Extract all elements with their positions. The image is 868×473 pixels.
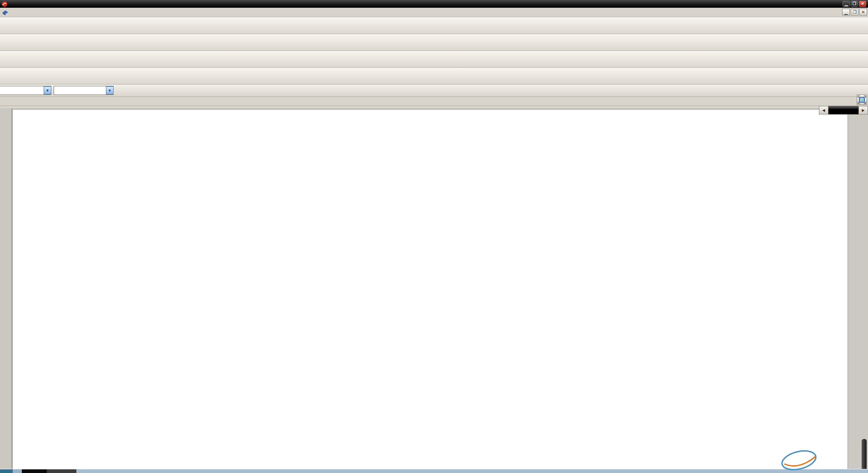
toolbar-curve bbox=[0, 68, 868, 85]
title-bar: ▁ ❐ ✕ bbox=[0, 0, 868, 8]
nx-doc-icon bbox=[2, 9, 9, 16]
status-prompt-bar bbox=[0, 97, 868, 108]
restore-button[interactable]: ❐ bbox=[851, 1, 858, 7]
minimize-button[interactable]: ▁ bbox=[843, 1, 850, 7]
left-toolbar-strip bbox=[0, 108, 12, 469]
doc-restore-button[interactable]: ❐ bbox=[851, 9, 858, 15]
vertical-scrollbar-thumb[interactable] bbox=[862, 439, 867, 471]
scroll-right-button[interactable]: ► bbox=[858, 106, 868, 115]
selection-scope-combo[interactable]: ▼ bbox=[54, 86, 114, 95]
menu-bar: ▁ ❐ ✕ bbox=[0, 8, 868, 17]
doc-minimize-button[interactable]: ▁ bbox=[842, 9, 850, 15]
doc-close-button[interactable]: ✕ bbox=[859, 9, 867, 15]
scroll-left-button[interactable]: ◄ bbox=[819, 106, 828, 115]
nx-app-icon bbox=[1, 1, 8, 7]
scrollbar-track[interactable] bbox=[828, 106, 858, 115]
selection-bar: ▼ ▼ bbox=[0, 85, 868, 97]
fullscreen-toggle-button[interactable] bbox=[857, 95, 867, 105]
selection-filter-combo[interactable]: ▼ bbox=[0, 86, 51, 95]
toolbar-standard bbox=[0, 17, 868, 34]
filter-dropdown-icon[interactable]: ▼ bbox=[44, 86, 51, 95]
resource-bar bbox=[848, 108, 868, 469]
toolbar-feature bbox=[0, 34, 868, 51]
graphics-viewport[interactable] bbox=[12, 109, 848, 469]
close-button[interactable]: ✕ bbox=[859, 1, 866, 7]
horizontal-scrollbar[interactable]: ◄ ► bbox=[819, 106, 868, 115]
taskbar-strip bbox=[0, 469, 868, 473]
toolbar-surface-assembly bbox=[0, 51, 868, 68]
scope-dropdown-icon[interactable]: ▼ bbox=[106, 86, 114, 95]
menu-et2008[interactable] bbox=[11, 11, 22, 13]
